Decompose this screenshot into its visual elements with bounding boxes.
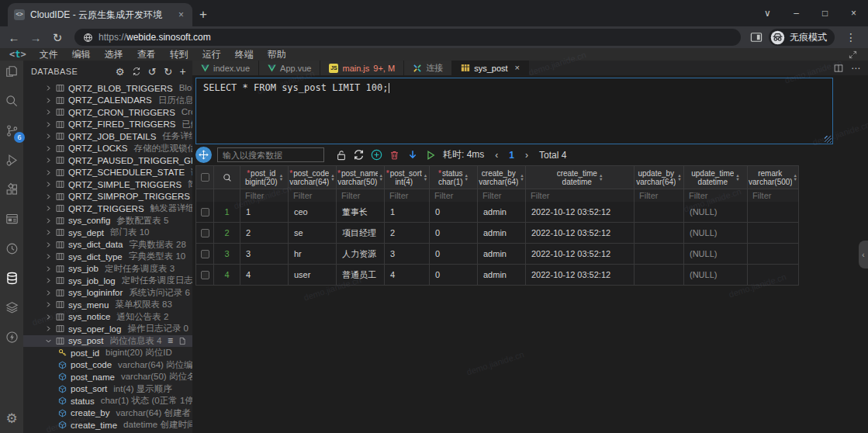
reload-icon[interactable]: ↻ bbox=[50, 32, 65, 43]
table-item-sys_job_log[interactable]: sys_job_log定时任务调度日志表 0 bbox=[23, 275, 192, 287]
field-item-status[interactable]: statuschar(1) 状态 (0正常 1停用) bbox=[23, 395, 192, 407]
column-header-update_time[interactable]: update_timedatetime▲▼ bbox=[684, 166, 748, 189]
table-item-QRTZ_SIMPLE_TRIGGERS[interactable]: QRTZ_SIMPLE_TRIGGERS简单触发... bbox=[23, 178, 192, 191]
split-editor-icon[interactable] bbox=[834, 64, 843, 73]
table-item-sys_oper_log[interactable]: sys_oper_log操作日志记录 0 bbox=[23, 323, 192, 335]
cell-remark[interactable] bbox=[748, 244, 799, 264]
cell-create_time[interactable]: 2022-10-12 03:52:12 bbox=[526, 244, 635, 264]
cell-post_id[interactable]: 3 bbox=[240, 244, 289, 264]
row-checkbox[interactable] bbox=[201, 208, 209, 216]
menu-item-4[interactable]: 转到 bbox=[163, 48, 195, 61]
field-item-post_name[interactable]: post_namevarchar(50) 岗位名称 bbox=[23, 371, 192, 383]
tab-App.vue[interactable]: App.vue bbox=[259, 61, 320, 75]
field-item-post_id[interactable]: post_idbigint(20) 岗位ID bbox=[23, 347, 192, 359]
cell-post_id[interactable]: 1 bbox=[240, 202, 289, 222]
table-item-QRTZ_PAUSED_TRIGGER_GRPS[interactable]: QRTZ_PAUSED_TRIGGER_GRPS暂... bbox=[23, 154, 192, 167]
cell-create_by[interactable]: admin bbox=[478, 223, 526, 243]
filter-input-status[interactable]: Filter bbox=[430, 189, 478, 202]
menu-item-7[interactable]: 帮助 bbox=[261, 48, 293, 61]
sort-icon[interactable]: ▲▼ bbox=[677, 174, 681, 181]
row-checkbox[interactable] bbox=[201, 250, 209, 258]
cell-post_sort[interactable]: 3 bbox=[385, 244, 430, 264]
history-icon[interactable]: ↺ bbox=[148, 67, 157, 77]
column-header-post_sort[interactable]: *post_sortint(4)▲▼ bbox=[385, 166, 430, 189]
menu-item-0[interactable]: 文件 bbox=[33, 48, 65, 61]
layers-icon[interactable] bbox=[2, 298, 21, 317]
select-all-checkbox[interactable] bbox=[201, 173, 209, 182]
cell-post_code[interactable]: hr bbox=[289, 244, 337, 264]
cell-post_sort[interactable]: 4 bbox=[385, 265, 430, 285]
filter-input-post_sort[interactable]: Filter bbox=[385, 189, 430, 202]
back-icon[interactable]: ← bbox=[6, 32, 22, 43]
cell-update_by[interactable] bbox=[635, 244, 684, 264]
cell-status[interactable]: 0 bbox=[430, 223, 478, 243]
close-button[interactable]: × bbox=[839, 9, 868, 18]
table-item-sys_post[interactable]: sys_post岗位信息表 4≡ bbox=[23, 335, 192, 348]
resize-grip[interactable] bbox=[825, 136, 832, 143]
cell-status[interactable]: 0 bbox=[430, 202, 478, 222]
filter-input-create_time[interactable]: Filter bbox=[526, 189, 635, 202]
prev-page-icon[interactable]: ‹ bbox=[495, 150, 498, 161]
cell-update_by[interactable] bbox=[635, 202, 684, 222]
table-item-QRTZ_CRON_TRIGGERS[interactable]: QRTZ_CRON_TRIGGERSCron类型... bbox=[23, 106, 192, 119]
sync-icon[interactable] bbox=[132, 67, 141, 76]
filter-input-update_by[interactable]: Filter bbox=[635, 189, 684, 202]
table-item-sys_notice[interactable]: sys_notice通知公告表 2 bbox=[23, 311, 192, 324]
delete-row-icon[interactable] bbox=[386, 150, 403, 161]
table-item-QRTZ_JOB_DETAILS[interactable]: QRTZ_JOB_DETAILS任务详细信息... bbox=[23, 130, 192, 143]
cell-create_time[interactable]: 2022-10-12 03:52:12 bbox=[526, 223, 635, 243]
refresh-icon[interactable] bbox=[350, 149, 368, 161]
filter-input-post_id[interactable]: Filter bbox=[240, 189, 289, 202]
tab-main.js[interactable]: JSmain.js9+, M bbox=[320, 61, 404, 75]
search-icon[interactable] bbox=[2, 92, 21, 110]
filter-input-post_name[interactable]: Filter bbox=[337, 189, 385, 202]
cell-post_name[interactable]: 普通员工 bbox=[337, 265, 385, 285]
export-icon[interactable] bbox=[403, 150, 421, 161]
cell-post_sort[interactable]: 2 bbox=[385, 223, 430, 243]
table-item-sys_dict_type[interactable]: sys_dict_type字典类型表 10 bbox=[23, 251, 192, 263]
maximize-button[interactable]: □ bbox=[811, 9, 839, 18]
sort-icon[interactable]: ▲▼ bbox=[379, 174, 383, 181]
cell-post_code[interactable]: ceo bbox=[289, 202, 337, 222]
cell-update_time[interactable]: (NULL) bbox=[684, 244, 748, 264]
cell-status[interactable]: 0 bbox=[430, 244, 478, 264]
cell-remark[interactable] bbox=[748, 265, 799, 285]
column-header-create_time[interactable]: create_timedatetime▲▼ bbox=[526, 166, 635, 189]
cell-update_time[interactable]: (NULL) bbox=[684, 265, 748, 285]
sort-icon[interactable]: ▲▼ bbox=[279, 174, 283, 181]
filter-input-post_code[interactable]: Filter bbox=[289, 189, 337, 202]
table-item-sys_menu[interactable]: sys_menu菜单权限表 83 bbox=[23, 299, 192, 311]
field-item-post_sort[interactable]: post_sortint(4) 显示顺序 bbox=[23, 383, 192, 396]
cell-create_by[interactable]: admin bbox=[478, 265, 526, 285]
column-header-post_code[interactable]: *post_codevarchar(64)▲▼ bbox=[289, 166, 337, 189]
cell-remark[interactable] bbox=[748, 223, 799, 243]
tab-sys_post[interactable]: sys_post× bbox=[452, 61, 529, 75]
table-row[interactable]: 33hr人力资源30admin2022-10-12 03:52:12(NULL) bbox=[196, 244, 799, 265]
row-checkbox[interactable] bbox=[201, 229, 209, 237]
sort-icon[interactable]: ▲▼ bbox=[330, 174, 334, 181]
filter-input-remark[interactable]: Filter bbox=[748, 189, 799, 202]
browser-menu-icon[interactable]: ⋮ bbox=[841, 31, 862, 43]
table-item-QRTZ_BLOB_TRIGGERS[interactable]: QRTZ_BLOB_TRIGGERSBlob类型的... bbox=[23, 82, 192, 95]
cell-update_time[interactable]: (NULL) bbox=[684, 202, 748, 222]
chevron-down-icon[interactable]: ∨ bbox=[753, 9, 782, 18]
menu-item-5[interactable]: 运行 bbox=[195, 48, 228, 61]
address-bar[interactable]: https://webide.sinosoft.com bbox=[74, 29, 741, 46]
minimize-button[interactable]: – bbox=[782, 9, 811, 18]
browser-tab[interactable]: <> CloudIDE - 云原生集成开发环境 × bbox=[8, 3, 192, 26]
cell-create_time[interactable]: 2022-10-12 03:52:12 bbox=[526, 202, 635, 222]
table-item-QRTZ_LOCKS[interactable]: QRTZ_LOCKS存储的悲观锁信息表 2 bbox=[23, 143, 192, 155]
search-icon[interactable] bbox=[223, 173, 232, 182]
menu-item-1[interactable]: 编辑 bbox=[65, 48, 98, 61]
close-icon[interactable]: × bbox=[515, 64, 520, 72]
sort-icon[interactable]: ▲▼ bbox=[599, 174, 603, 181]
fullscreen-icon[interactable] bbox=[849, 50, 857, 59]
table-item-sys_logininfor[interactable]: sys_logininfor系统访问记录 6 bbox=[23, 287, 192, 300]
settings-gear-icon[interactable]: ⚙ bbox=[5, 412, 17, 425]
column-header-post_name[interactable]: *post_namevarchar(50)▲▼ bbox=[337, 166, 385, 189]
data-search-input[interactable] bbox=[223, 151, 319, 160]
move-button[interactable] bbox=[195, 147, 212, 163]
cell-post_code[interactable]: se bbox=[289, 223, 337, 243]
database-icon[interactable] bbox=[2, 268, 21, 287]
more-actions-icon[interactable]: ⋯ bbox=[851, 63, 860, 74]
